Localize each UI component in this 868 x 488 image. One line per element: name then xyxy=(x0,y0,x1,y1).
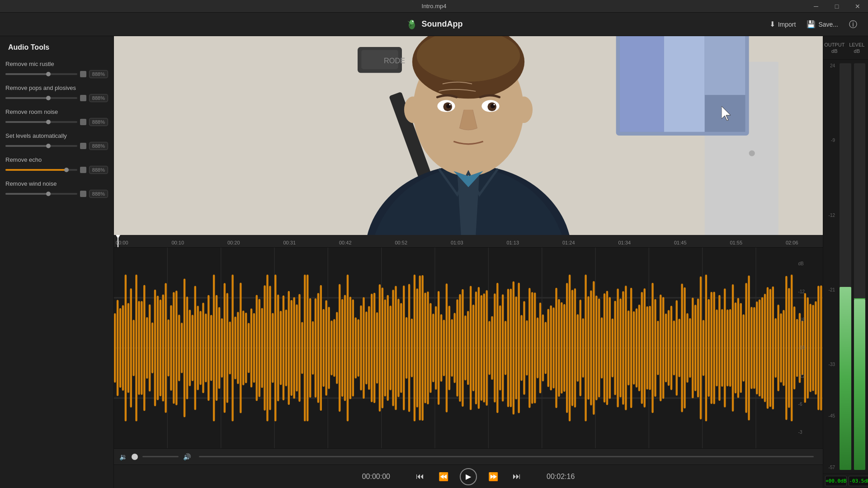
svg-rect-90 xyxy=(224,283,226,413)
svg-rect-73 xyxy=(178,314,180,381)
seek-bar[interactable] xyxy=(199,456,814,457)
svg-rect-303 xyxy=(793,306,795,389)
svg-rect-179 xyxy=(462,289,463,407)
waveform-db-label-3: -18 xyxy=(798,345,805,350)
svg-rect-214 xyxy=(555,288,557,408)
svg-rect-229 xyxy=(595,296,597,400)
slider-fill-set-levels xyxy=(5,145,48,147)
slider-track-mic-rustle[interactable] xyxy=(5,73,77,75)
svg-rect-165 xyxy=(424,293,426,404)
save-button[interactable]: 💾 Save... xyxy=(807,20,838,28)
meters-panel: OUTPUT dB LEVEL dB 24-9-12-21-33-45-57 xyxy=(823,36,868,488)
level-peak-indicator xyxy=(854,298,866,299)
svg-rect-50 xyxy=(117,300,118,396)
fast-rewind-button[interactable]: ⏮ xyxy=(413,469,427,484)
svg-rect-175 xyxy=(451,319,453,376)
minimize-button[interactable]: ─ xyxy=(806,0,826,13)
slider-track-room-noise[interactable] xyxy=(5,121,77,123)
svg-rect-202 xyxy=(523,301,525,394)
svg-rect-164 xyxy=(421,275,423,421)
svg-rect-100 xyxy=(250,309,252,387)
next-frame-button[interactable]: ⏩ xyxy=(486,469,500,484)
slider-track-remove-echo[interactable] xyxy=(5,169,77,171)
time-ruler[interactable]: 00:0000:1000:2000:3100:4200:5201:0301:13… xyxy=(114,235,823,248)
tool-badge-wind-noise: 888% xyxy=(89,190,108,198)
slider-fill-mic-rustle xyxy=(5,73,48,75)
svg-rect-84 xyxy=(208,295,209,401)
svg-rect-122 xyxy=(309,298,311,398)
svg-rect-207 xyxy=(537,318,538,378)
save-icon: 💾 xyxy=(807,20,816,28)
info-icon: ⓘ xyxy=(849,19,857,30)
tool-label-pops-plosives: Remove pops and plosives xyxy=(5,84,108,91)
meter-scale-12: -33 xyxy=(829,362,835,367)
sidebar: Audio Tools Remove mic rustle888%Remove … xyxy=(0,36,114,488)
svg-rect-149 xyxy=(382,287,383,408)
svg-rect-145 xyxy=(371,294,373,402)
slider-track-pops-plosives[interactable] xyxy=(5,97,77,99)
fast-forward-button[interactable]: ⏭ xyxy=(509,469,524,484)
slider-handle-mic-rustle[interactable] xyxy=(80,71,86,77)
svg-rect-141 xyxy=(360,305,362,390)
svg-rect-142 xyxy=(363,297,364,399)
svg-rect-185 xyxy=(478,287,480,408)
slider-thumb-remove-echo[interactable] xyxy=(64,168,69,172)
svg-rect-120 xyxy=(304,275,306,422)
time-marker-12: 02:06 xyxy=(786,240,798,245)
play-button[interactable]: ▶ xyxy=(460,468,477,485)
slider-thumb-pops-plosives[interactable] xyxy=(46,96,51,100)
svg-rect-184 xyxy=(475,291,477,404)
svg-rect-152 xyxy=(389,305,391,390)
svg-rect-275 xyxy=(718,295,720,401)
slider-thumb-room-noise[interactable] xyxy=(46,120,51,124)
volume-knob[interactable] xyxy=(132,454,138,460)
slider-handle-pops-plosives[interactable] xyxy=(80,95,86,101)
maximize-button[interactable]: □ xyxy=(826,0,847,13)
close-button[interactable]: ✕ xyxy=(847,0,868,13)
svg-rect-94 xyxy=(234,317,236,380)
svg-rect-78 xyxy=(192,315,193,381)
svg-rect-233 xyxy=(606,291,608,405)
svg-rect-69 xyxy=(167,319,169,376)
waveform-db-label-6: -3 xyxy=(798,430,805,435)
slider-handle-remove-echo[interactable] xyxy=(80,167,86,173)
tool-controls-mic-rustle: 888% xyxy=(5,70,108,78)
slider-thumb-mic-rustle[interactable] xyxy=(46,72,51,76)
slider-track-wind-noise[interactable] xyxy=(5,193,77,195)
svg-rect-195 xyxy=(505,321,506,375)
svg-rect-76 xyxy=(186,296,188,399)
svg-rect-249 xyxy=(649,306,651,390)
playhead[interactable] xyxy=(118,235,118,247)
header: SoundApp ⬇ Import 💾 Save... ⓘ xyxy=(0,13,868,36)
svg-rect-263 xyxy=(686,313,688,383)
info-button[interactable]: ⓘ xyxy=(849,19,857,30)
svg-rect-82 xyxy=(202,303,204,393)
svg-rect-93 xyxy=(231,275,233,422)
svg-rect-250 xyxy=(651,283,653,413)
svg-rect-216 xyxy=(561,302,562,394)
output-meter-bar xyxy=(840,63,851,470)
time-marker-5: 00:52 xyxy=(395,240,407,245)
slider-handle-set-levels[interactable] xyxy=(80,143,86,149)
slider-thumb-wind-noise[interactable] xyxy=(46,192,51,196)
slider-handle-room-noise[interactable] xyxy=(80,119,86,125)
svg-rect-106 xyxy=(266,275,268,422)
level-db-unit: dB xyxy=(854,48,860,54)
prev-frame-button[interactable]: ⏪ xyxy=(436,469,451,484)
waveform-container[interactable]: dB -12 -18 -18 -12 -6 -3 xyxy=(114,248,823,448)
svg-rect-278 xyxy=(726,310,728,386)
svg-rect-177 xyxy=(456,299,458,396)
level-meter-bar xyxy=(854,63,866,470)
svg-rect-132 xyxy=(336,312,338,384)
import-button[interactable]: ⬇ Import xyxy=(769,20,796,28)
volume-track[interactable] xyxy=(142,456,179,457)
svg-rect-153 xyxy=(392,290,394,406)
slider-handle-wind-noise[interactable] xyxy=(80,191,86,197)
svg-rect-232 xyxy=(604,293,605,403)
slider-track-set-levels[interactable] xyxy=(5,145,77,147)
slider-thumb-set-levels[interactable] xyxy=(46,144,51,148)
svg-rect-59 xyxy=(141,301,142,394)
svg-rect-226 xyxy=(587,296,589,399)
svg-rect-95 xyxy=(237,312,239,384)
svg-rect-196 xyxy=(507,289,509,407)
